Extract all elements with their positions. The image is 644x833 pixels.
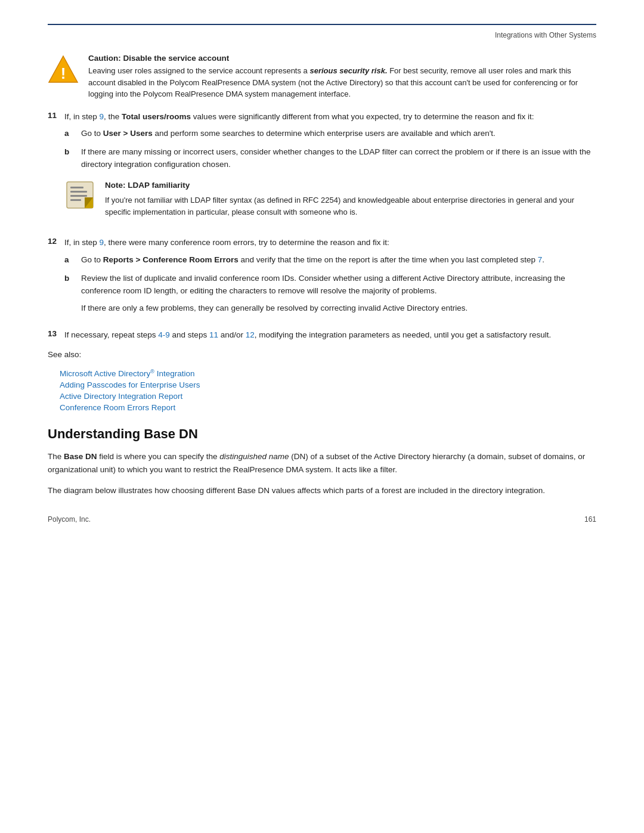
step12-sub-a: a Go to Reports > Conference Room Errors… — [64, 254, 596, 267]
see-also-links: Microsoft Active Directory® Integration … — [60, 368, 596, 413]
step11-a-text: Go to — [81, 129, 103, 138]
step12-text-before: If, in step — [64, 238, 100, 247]
step13-text4: , modifying the integration parameters a… — [255, 330, 552, 339]
footer: Polycom, Inc. 161 — [48, 515, 596, 524]
step11-a-content: Go to User > Users and perform some sear… — [81, 128, 596, 140]
svg-rect-4 — [70, 191, 87, 193]
section-para1: The Base DN field is where you can speci… — [48, 450, 596, 476]
step12-ref9[interactable]: 9 — [100, 238, 104, 247]
step-12: 12 If, in step 9, there were many confer… — [48, 237, 596, 321]
step12-a-letter: a — [64, 254, 81, 267]
step12-b-para1: Review the list of duplicate and invalid… — [81, 272, 596, 298]
section-para2: The diagram below illustrates how choosi… — [48, 484, 596, 497]
para1-text1: The — [48, 452, 64, 461]
svg-rect-6 — [70, 199, 81, 201]
step13-text2: and steps — [170, 330, 209, 339]
footer-left: Polycom, Inc. — [48, 515, 91, 524]
caution-icon: ! — [48, 54, 79, 85]
note-box: Note: LDAP familiarity If you're not fam… — [64, 179, 596, 218]
step12-a-period: . — [542, 255, 544, 264]
step-11-content: If, in step 9, the Total users/rooms val… — [64, 111, 596, 229]
step-11: 11 If, in step 9, the Total users/rooms … — [48, 111, 596, 229]
step13-ref4-9[interactable]: 4-9 — [158, 330, 170, 339]
step-13: 13 If necessary, repeat steps 4-9 and st… — [48, 329, 596, 342]
svg-rect-3 — [70, 187, 83, 188]
page-container: Integrations with Other Systems ! Cautio… — [0, 0, 644, 541]
step12-sub-list: a Go to Reports > Conference Room Errors… — [64, 254, 596, 315]
see-also-section: See also: Microsoft Active Directory® In… — [48, 350, 596, 413]
caution-content: Caution: Disable the service account Lea… — [88, 54, 596, 100]
see-also-link-4: Conference Room Errors Report — [60, 403, 596, 412]
step11-sub-a: a Go to User > Users and perform some se… — [64, 128, 596, 140]
caution-body: Leaving user roles assigned to the servi… — [88, 65, 596, 100]
note-body: If you're not familiar with LDAP filter … — [105, 194, 596, 218]
step12-a-text: Go to — [81, 255, 103, 264]
step11-b-content: If there are many missing or incorrect u… — [81, 146, 596, 171]
step12-sub-b: b Review the list of duplicate and inval… — [64, 272, 596, 315]
link-ad-integration-report[interactable]: Active Directory Integration Report — [60, 392, 182, 401]
step-13-content: If necessary, repeat steps 4-9 and steps… — [64, 329, 596, 342]
caution-bold-text: serious security risk. — [309, 66, 387, 75]
section-heading: Understanding Base DN — [48, 426, 596, 442]
step11-bold: Total users/rooms — [122, 112, 191, 121]
see-also-link-2: Adding Passcodes for Enterprise Users — [60, 380, 596, 389]
step12-b-content: Review the list of duplicate and invalid… — [81, 272, 596, 315]
step11-a-bold: User > Users — [103, 129, 153, 138]
step12-b-para2: If there are only a few problems, they c… — [81, 302, 596, 315]
step11-ref9[interactable]: 9 — [100, 112, 104, 121]
step-12-content: If, in step 9, there were many conferenc… — [64, 237, 596, 321]
step12-text-after: , there were many conference room errors… — [104, 238, 389, 247]
step11-b-letter: b — [64, 146, 81, 159]
svg-rect-5 — [70, 195, 87, 197]
header-section-label: Integrations with Other Systems — [48, 31, 596, 39]
caution-text1: Leaving user roles assigned to the servi… — [88, 66, 309, 75]
step13-text3: and/or — [218, 330, 246, 339]
header-rule — [48, 24, 596, 25]
step-13-num: 13 — [48, 329, 64, 338]
para1-bold-basedn: Base DN — [64, 452, 97, 461]
step-11-num: 11 — [48, 111, 64, 120]
step11-sub-list: a Go to User > Users and perform some se… — [64, 128, 596, 171]
step11-a-letter: a — [64, 128, 81, 140]
step12-a-rest: and verify that the time on the report i… — [239, 255, 538, 264]
step11-sub-b: b If there are many missing or incorrect… — [64, 146, 596, 171]
link-adding-passcodes[interactable]: Adding Passcodes for Enterprise Users — [60, 380, 200, 389]
see-also-link-1: Microsoft Active Directory® Integration — [60, 368, 596, 379]
step11-text-rest: values were significantly different from… — [191, 112, 534, 121]
para1-italic-dn: distinguished name — [219, 452, 289, 461]
step12-b-letter: b — [64, 272, 81, 285]
step13-ref12[interactable]: 12 — [246, 330, 255, 339]
step12-a-content: Go to Reports > Conference Room Errors a… — [81, 254, 596, 267]
link-conference-room-errors[interactable]: Conference Room Errors Report — [60, 403, 175, 412]
step11-a-rest: and perform some searches to determine w… — [153, 129, 496, 138]
step-12-num: 12 — [48, 237, 64, 246]
note-title: Note: LDAP familiarity — [105, 179, 596, 192]
note-content: Note: LDAP familiarity If you're not fam… — [105, 179, 596, 218]
step11-text-after: , the — [104, 112, 122, 121]
caution-box: ! Caution: Disable the service account L… — [48, 54, 596, 100]
step13-ref11[interactable]: 11 — [209, 330, 218, 339]
step12-a-bold: Reports > Conference Room Errors — [103, 255, 239, 264]
footer-right: 161 — [584, 515, 596, 524]
para1-text2: field is where you can specify the — [97, 452, 220, 461]
caution-title: Caution: Disable the service account — [88, 54, 596, 63]
see-also-link-3: Active Directory Integration Report — [60, 392, 596, 401]
step13-text: If necessary, repeat steps — [64, 330, 158, 339]
svg-text:!: ! — [61, 64, 66, 82]
see-also-label: See also: — [48, 350, 81, 359]
step11-text-before: If, in step — [64, 112, 100, 121]
main-steps-list: 11 If, in step 9, the Total users/rooms … — [48, 111, 596, 342]
note-icon — [64, 179, 95, 210]
link-ms-active-directory[interactable]: Microsoft Active Directory® Integration — [60, 369, 194, 378]
